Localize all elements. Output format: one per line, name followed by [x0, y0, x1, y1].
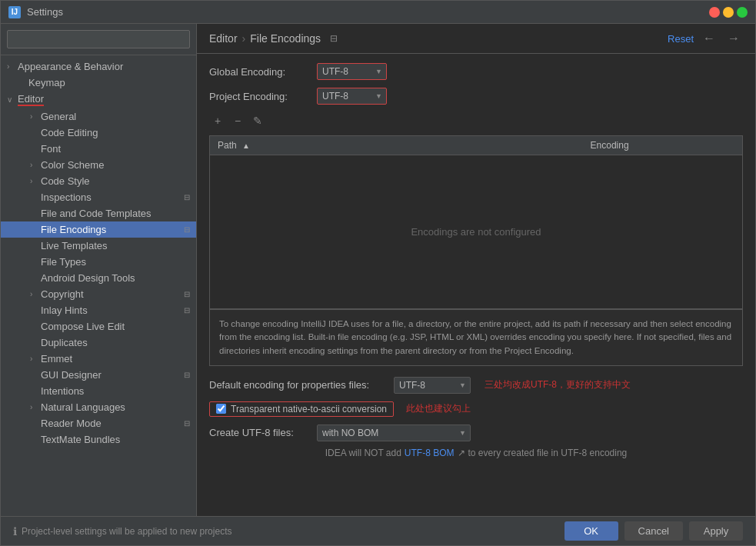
edit-button[interactable]: ✎: [249, 112, 266, 129]
sidebar-item-label: TextMate Bundles: [41, 434, 190, 445]
maximize-button[interactable]: [737, 7, 748, 18]
sidebar-item-copyright[interactable]: › Copyright ⊟: [1, 286, 196, 302]
sidebar-item-label: Live Templates: [41, 240, 190, 251]
sidebar-item-label: Inspections: [41, 191, 181, 203]
sidebar-item-label: Inlay Hints: [41, 305, 181, 316]
bom-note: IDEA will NOT add UTF-8 BOM ↗ to every c…: [209, 448, 743, 458]
global-encoding-row: Global Encoding: UTF-8 ISO-8859-1 GBK: [209, 63, 743, 80]
sidebar-item-file-code-templates[interactable]: File and Code Templates: [1, 205, 196, 221]
sidebar-tree: › Appearance & Behavior Keymap ∨ Editor …: [1, 55, 196, 516]
project-encoding-label: Project Encoding:: [209, 91, 309, 102]
footer-message-text: Project-level settings will be applied t…: [22, 526, 231, 537]
apply-button[interactable]: Apply: [689, 521, 743, 541]
breadcrumb-file-encodings: File Encodings: [250, 32, 321, 45]
chevron-right-icon: ›: [30, 290, 41, 298]
checkbox-label: Transparent native-to-ascii conversion: [231, 404, 387, 414]
sidebar-item-appearance[interactable]: › Appearance & Behavior: [1, 58, 196, 75]
app-icon: IJ: [8, 6, 21, 18]
global-encoding-label: Global Encoding:: [209, 66, 309, 78]
sidebar-item-natural-languages[interactable]: › Natural Languages: [1, 399, 196, 415]
sidebar-item-code-editing[interactable]: Code Editing: [1, 125, 196, 141]
create-utf8-select[interactable]: with NO BOM with BOM: [317, 424, 471, 441]
project-encoding-select[interactable]: UTF-8 ISO-8859-1 GBK: [317, 88, 387, 105]
ok-button[interactable]: OK: [565, 521, 618, 541]
sidebar-item-android-design[interactable]: Android Design Tools: [1, 270, 196, 286]
sidebar-item-intentions[interactable]: Intentions: [1, 383, 196, 399]
sidebar-item-label: General: [41, 111, 190, 122]
sidebar-item-label: Appearance & Behavior: [18, 61, 190, 72]
annotation-chinese-1: 三处均改成UTF-8，更好的支持中文: [485, 378, 631, 391]
settings-icon: ⊟: [330, 33, 338, 44]
chevron-right-icon: ›: [7, 62, 18, 71]
remove-button[interactable]: −: [229, 112, 246, 129]
sort-arrow-icon: ▲: [242, 141, 250, 150]
props-encoding-row: Default encoding for properties files: U…: [209, 377, 743, 394]
minimize-button[interactable]: [723, 7, 734, 18]
sidebar-item-label: Color Scheme: [41, 159, 190, 171]
chevron-right-icon: ›: [30, 177, 41, 185]
sidebar-item-label: Android Design Tools: [41, 272, 190, 284]
breadcrumb-separator: ›: [242, 32, 246, 45]
chevron-down-icon: ∨: [7, 95, 18, 104]
sidebar-item-inspections[interactable]: Inspections ⊟: [1, 189, 196, 205]
create-select-wrapper: with NO BOM with BOM: [317, 424, 471, 441]
sidebar-item-emmet[interactable]: › Emmet: [1, 351, 196, 367]
sidebar-item-label: Editor: [18, 93, 190, 106]
sidebar-item-general[interactable]: › General: [1, 108, 196, 125]
file-encodings-table: Path ▲ Encoding: [209, 135, 743, 155]
bom-note-text-3: to every created file in UTF-8 encoding: [468, 448, 628, 458]
sidebar-item-editor[interactable]: ∨ Editor: [1, 91, 196, 108]
props-encoding-select[interactable]: UTF-8 ISO-8859-1 GBK: [394, 377, 471, 394]
cancel-button[interactable]: Cancel: [624, 521, 683, 541]
project-encoding-row: Project Encoding: UTF-8 ISO-8859-1 GBK: [209, 88, 743, 105]
search-input[interactable]: [7, 30, 190, 48]
add-button[interactable]: +: [209, 112, 226, 129]
empty-table-message: Encodings are not configured: [209, 155, 743, 309]
sidebar-item-label: Copyright: [41, 288, 181, 300]
checkbox-wrapper: Transparent native-to-ascii conversion: [209, 401, 394, 417]
global-encoding-select[interactable]: UTF-8 ISO-8859-1 GBK: [317, 63, 387, 80]
badge-icon: ⊟: [184, 371, 190, 379]
sidebar-item-live-templates[interactable]: Live Templates: [1, 238, 196, 254]
sidebar-item-label: Natural Languages: [41, 401, 190, 413]
sidebar-item-label: Intentions: [41, 385, 190, 397]
footer-buttons: OK Cancel Apply: [565, 521, 743, 541]
sidebar-item-gui-designer[interactable]: GUI Designer ⊟: [1, 367, 196, 383]
create-label: Create UTF-8 files:: [209, 427, 309, 438]
sidebar-item-label: Font: [41, 143, 190, 155]
forward-button[interactable]: →: [724, 32, 743, 45]
breadcrumb: Editor › File Encodings ⊟: [209, 32, 668, 45]
bom-note-text-1: IDEA will NOT add: [325, 448, 401, 458]
sidebar-item-inlay-hints[interactable]: Inlay Hints ⊟: [1, 302, 196, 318]
footer: ℹ Project-level settings will be applied…: [1, 516, 755, 545]
breadcrumb-editor: Editor: [209, 32, 238, 45]
info-icon: ℹ: [13, 525, 17, 538]
sidebar-item-keymap[interactable]: Keymap: [1, 75, 196, 91]
badge-icon: ⊟: [184, 290, 190, 298]
sidebar-item-file-types[interactable]: File Types: [1, 254, 196, 270]
main-panel: Editor › File Encodings ⊟ Reset ← → Glob…: [197, 24, 755, 516]
sidebar-item-label: Emmet: [41, 353, 190, 365]
reset-button[interactable]: Reset: [668, 33, 694, 45]
bom-link[interactable]: UTF-8 BOM: [405, 448, 455, 458]
sidebar-item-textmate-bundles[interactable]: TextMate Bundles: [1, 431, 196, 448]
sidebar-item-label: Code Style: [41, 175, 190, 187]
back-button[interactable]: ←: [700, 32, 718, 45]
sidebar-item-color-scheme[interactable]: › Color Scheme: [1, 157, 196, 173]
sidebar: 🔍 › Appearance & Behavior Keymap ∨: [1, 24, 197, 516]
sidebar-item-code-style[interactable]: › Code Style: [1, 173, 196, 189]
window-controls: [709, 7, 748, 18]
sidebar-item-font[interactable]: Font: [1, 141, 196, 157]
create-utf8-row: Create UTF-8 files: with NO BOM with BOM: [209, 424, 743, 441]
sidebar-item-reader-mode[interactable]: Reader Mode ⊟: [1, 415, 196, 431]
path-column-header: Path ▲: [210, 136, 583, 155]
sidebar-item-compose-live-edit[interactable]: Compose Live Edit: [1, 318, 196, 335]
sidebar-item-label: GUI Designer: [41, 369, 181, 381]
checkbox-row: Transparent native-to-ascii conversion 此…: [209, 401, 743, 417]
sidebar-item-file-encodings[interactable]: File Encodings ⊟: [1, 221, 196, 238]
sidebar-item-duplicates[interactable]: Duplicates: [1, 335, 196, 351]
sidebar-item-label: File Types: [41, 256, 190, 268]
transparent-checkbox[interactable]: [216, 404, 226, 414]
chevron-right-icon: ›: [30, 355, 41, 363]
close-button[interactable]: [709, 7, 720, 18]
